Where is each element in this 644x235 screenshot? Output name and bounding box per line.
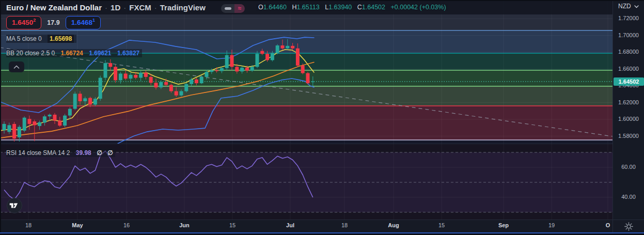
price-axis-label: 1.70000 xyxy=(613,32,644,38)
last-price-tag: 1.64502 xyxy=(614,77,644,86)
time-axis-separator xyxy=(0,220,644,220)
bid-ask-row: 1.64502 17.9 1.64681 xyxy=(6,16,101,29)
rsi-axis-label: 40.00 xyxy=(613,194,644,200)
rsi-label: RSI 14 close SMA 14 2 xyxy=(6,149,70,156)
currency-label: NZD xyxy=(618,3,631,10)
close-label: C xyxy=(357,4,362,11)
rsi-indicator-legend[interactable]: RSI 14 close SMA 14 2 39.98 ∅ ∅ xyxy=(6,149,115,157)
exchange-label: FXCM xyxy=(129,3,151,12)
separator-dot: · xyxy=(105,3,107,12)
price-axis-label: 1.66000 xyxy=(613,66,644,72)
open-value: 1.64460 xyxy=(263,4,287,11)
top-border xyxy=(0,0,644,1)
separator-dot: · xyxy=(123,3,126,12)
time-axis-label: 16 xyxy=(123,222,130,228)
price-chart-svg[interactable] xyxy=(0,0,612,232)
ma-label: MA 5 close 0 xyxy=(6,35,42,42)
sell-price: 1.6450 xyxy=(12,19,33,26)
price-axis[interactable]: NZD 1.64502 1.720001.700001.680001.66000… xyxy=(612,0,644,235)
currency-dropdown[interactable]: NZD xyxy=(613,3,644,10)
rsi-empty-value: ∅ xyxy=(107,149,113,156)
price-axis-label: 1.62000 xyxy=(613,99,644,105)
settings-gear-icon[interactable] xyxy=(624,222,633,231)
wave-toggle-icon[interactable]: ≈ xyxy=(234,4,245,13)
time-axis-label: Jun xyxy=(179,222,190,228)
change-value: +0.00042 (+0.03%) xyxy=(391,4,446,11)
bb-upper-value: 1.69621 xyxy=(89,50,111,57)
symbol-title: Euro / New Zealand Dollar·1D·FXCM·Tradin… xyxy=(6,3,206,12)
spread-value: 17.9 xyxy=(47,19,59,26)
time-axis-label: 18 xyxy=(341,222,348,228)
bb-label: BB 20 close 2.5 0 xyxy=(6,50,55,57)
collapse-legend-button[interactable] xyxy=(9,61,24,72)
bb-indicator-legend[interactable]: BB 20 close 2.5 0 1.66724 1.69621 1.6382… xyxy=(6,49,142,57)
ma-indicator-legend[interactable]: MA 5 close 0 1.65698 xyxy=(6,35,76,43)
sell-price-pip: 2 xyxy=(33,18,36,23)
time-axis-label: 19 xyxy=(548,222,555,228)
interval-label[interactable]: 1D xyxy=(111,3,120,12)
time-axis-label: O xyxy=(606,222,610,228)
ma-value: 1.65698 xyxy=(48,35,74,43)
tradingview-widget: Euro / New Zealand Dollar·1D·FXCM·Tradin… xyxy=(0,0,644,235)
bb-lower-value: 1.63827 xyxy=(117,50,139,57)
open-label: O xyxy=(258,4,263,11)
time-axis-label: Jul xyxy=(286,222,294,228)
bb-basis-value: 1.66724 xyxy=(60,50,83,57)
chevron-up-icon xyxy=(13,65,20,69)
symbol-name: Euro / New Zealand Dollar xyxy=(6,3,102,12)
buy-price-button[interactable]: 1.64681 xyxy=(66,16,101,29)
price-axis-label: 1.72000 xyxy=(613,15,644,21)
time-axis-label: 15 xyxy=(229,222,235,228)
high-value: 1.65113 xyxy=(296,4,319,11)
sell-price-button[interactable]: 1.64502 xyxy=(6,16,41,29)
price-axis-label: 1.58000 xyxy=(613,133,644,139)
low-value: 1.63940 xyxy=(328,4,352,11)
separator-dot: · xyxy=(154,3,157,12)
time-axis-label: May xyxy=(72,222,83,228)
ohlc-readout: O1.64460 H1.65113 L1.63940 C1.64502 +0.0… xyxy=(256,4,448,11)
time-axis-label: Aug xyxy=(388,222,399,228)
time-axis[interactable]: 18May16Jun15Jul18Aug15Sep19O xyxy=(0,220,612,232)
tradingview-brand-link[interactable]: TradingView xyxy=(160,3,206,12)
left-border xyxy=(0,0,1,235)
buy-price: 1.6468 xyxy=(71,19,92,26)
time-axis-label: 15 xyxy=(438,222,445,228)
time-axis-label: Sep xyxy=(498,222,509,228)
price-axis-label: 1.60000 xyxy=(613,116,644,122)
close-value: 1.64502 xyxy=(362,4,385,11)
rsi-value: 39.98 xyxy=(76,149,91,156)
tradingview-logo-icon xyxy=(9,202,20,209)
rsi-axis-label: 60.00 xyxy=(613,164,644,170)
minus-icon xyxy=(225,7,231,10)
chart-style-toggle[interactable]: ≈ xyxy=(221,4,245,13)
axis-settings-corner xyxy=(613,220,644,232)
price-axis-label: 1.68000 xyxy=(613,49,644,55)
time-axis-label: 18 xyxy=(25,222,32,228)
buy-price-pip: 1 xyxy=(92,18,95,23)
tradingview-logo[interactable] xyxy=(7,198,22,213)
chevron-down-icon xyxy=(634,5,639,8)
rsi-empty-value: ∅ xyxy=(97,149,102,156)
